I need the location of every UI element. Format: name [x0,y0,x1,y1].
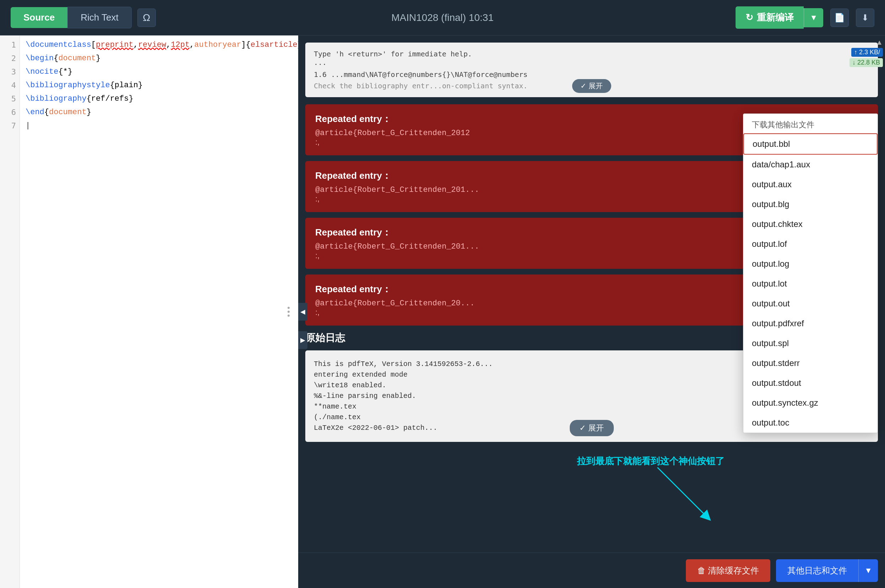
log-preview-line1: Type 'h <return>' for immediate help. [314,50,869,58]
dropdown-header: 下载其他输出文件 [744,114,877,134]
dropdown-item-output-aux[interactable]: output.aux [744,174,877,194]
dropdown-item-output-lof[interactable]: output.lof [744,234,877,254]
omega-button[interactable]: Ω [137,9,156,27]
side-dots [287,307,290,317]
code-line-3: \nocite{*} [26,65,292,79]
recompile-label: 重新编译 [757,11,794,24]
line-num-2: 2 [0,52,20,65]
scroll-up-badge: ↑ 2.3 KB/ [851,48,883,57]
dropdown-item-output-pdfxref[interactable]: output.pdfxref [744,314,877,333]
code-line-5: \bibliography{ref/refs} [26,92,292,106]
error-card-1-title: Repeated entry： [315,113,391,125]
code-area[interactable]: \documentclass[preprint,review,12pt,auth… [20,36,298,588]
download-icon-btn[interactable]: ⬇ [856,9,874,27]
code-line-7 [26,119,292,133]
log-preview-line2: 1.6 ...mmand\NAT@force@numbers{}\NAT@for… [314,70,869,79]
log-preview-dots: ... [314,58,869,67]
main-layout: ▶ 1 2 3 4 5 6 7 \documentclass[preprint,… [0,36,885,588]
line-num-4: 4 [0,79,20,92]
code-line-1: \documentclass[preprint,review,12pt,auth… [26,38,292,52]
editor-panel: ▶ 1 2 3 4 5 6 7 \documentclass[preprint,… [0,36,298,588]
line-numbers: 1 2 3 4 5 6 7 [0,36,20,588]
log-preview-box: Type 'h <return>' for immediate help. ..… [305,42,878,97]
other-logs-group: 其他日志和文件 ▼ [776,559,878,582]
dropdown-item-output-chktex[interactable]: output.chktex [744,214,877,234]
expand-right-arrow[interactable]: ▶ [298,331,307,349]
scroll-indicators: ▲ ↑ 2.3 KB/ ↓ 22.8 KB [847,36,885,70]
line-num-7: 7 [0,119,20,133]
bottom-action-bar: 🗑 清除缓存文件 其他日志和文件 ▼ [298,552,885,588]
code-line-2: \begin{document} [26,52,292,65]
scroll-down-badge: ↓ 22.8 KB [849,58,883,67]
rich-text-tab[interactable]: Rich Text [68,7,131,28]
error-card-2-title: Repeated entry： [315,170,391,182]
dropdown-item-output-out[interactable]: output.out [744,294,877,314]
document-title: MAIN1028 (final) 10:31 [391,12,494,23]
dropdown-item-output-stdout[interactable]: output.stdout [744,373,877,393]
dropdown-item-output-bbl[interactable]: output.bbl [744,134,877,154]
top-right-actions: ↻ 重新编译 ▼ 📄 ⬇ [736,6,874,29]
line-num-1: 1 [0,38,20,52]
line-num-6: 6 [0,106,20,119]
raw-log-expand-btn[interactable]: ✓ 展开 [569,420,613,436]
dropdown-item-output-stderr[interactable]: output.stderr [744,353,877,373]
error-card-3-title: Repeated entry： [315,226,391,238]
dropdown-item-output-synctex[interactable]: output.synctex.gz [744,393,877,413]
line-num-3: 3 [0,65,20,79]
dropdown-item-output-lot[interactable]: output.lot [744,274,877,294]
dropdown-item-output-toc[interactable]: output.toc [744,413,877,433]
recompile-button[interactable]: ↻ 重新编译 [736,6,804,29]
other-logs-button[interactable]: 其他日志和文件 [776,559,858,582]
clear-cache-button[interactable]: 🗑 清除缓存文件 [686,559,771,582]
editor-content[interactable]: 1 2 3 4 5 6 7 \documentclass[preprint,re… [0,36,298,588]
log-preview-expand-btn[interactable]: ✓ 展开 [572,79,611,93]
source-tab[interactable]: Source [11,7,68,28]
editor-tabs: Source Rich Text Ω [11,7,156,28]
code-line-6: \end{document} [26,106,292,119]
recompile-icon: ↻ [745,12,753,23]
document-icon-btn[interactable]: 📄 [830,9,849,27]
right-panel: ▲ ↑ 2.3 KB/ ↓ 22.8 KB Type 'h <return>' … [298,36,885,588]
dropdown-item-output-log[interactable]: output.log [744,254,877,274]
line-num-5: 5 [0,92,20,106]
expand-left-arrow[interactable]: ◀ [298,303,307,321]
output-files-dropdown: 下载其他输出文件 output.bbl data/chap1.aux outpu… [743,114,878,433]
dropdown-item-chap1-aux[interactable]: data/chap1.aux [744,154,877,174]
other-logs-dropdown-arrow[interactable]: ▼ [858,559,878,582]
top-bar: Source Rich Text Ω MAIN1028 (final) 10:3… [0,0,885,36]
scroll-up-icon[interactable]: ▲ [876,38,883,46]
code-line-4: \bibliographystyle{plain} [26,79,292,92]
dropdown-item-output-spl[interactable]: output.spl [744,333,877,353]
error-card-4-title: Repeated entry： [315,283,391,296]
recompile-dropdown-arrow[interactable]: ▼ [804,8,823,27]
dropdown-item-output-blg[interactable]: output.blg [744,194,877,214]
